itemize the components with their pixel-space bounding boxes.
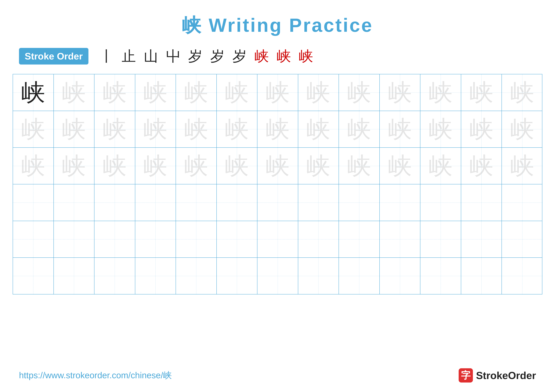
grid-cell[interactable]: 峡 bbox=[176, 74, 217, 111]
grid-cell[interactable] bbox=[461, 184, 502, 221]
grid-cell[interactable]: 峡 bbox=[217, 74, 258, 111]
grid-cell[interactable] bbox=[176, 184, 217, 221]
grid-cell[interactable]: 峡 bbox=[176, 111, 217, 147]
grid-cell[interactable] bbox=[380, 258, 421, 294]
grid-cell[interactable] bbox=[95, 258, 135, 294]
grid-cell[interactable]: 峡 bbox=[502, 148, 543, 184]
grid-cell[interactable] bbox=[13, 221, 54, 257]
logo-char: 字 bbox=[461, 369, 470, 382]
grid-cell[interactable]: 峡 bbox=[298, 74, 339, 111]
grid-cell[interactable]: 峡 bbox=[13, 111, 54, 147]
practice-char: 峡 bbox=[388, 81, 412, 104]
grid-cell[interactable] bbox=[13, 258, 54, 294]
grid-cell[interactable]: 峡 bbox=[420, 148, 461, 184]
grid-cell[interactable] bbox=[95, 184, 135, 221]
grid-cell[interactable]: 峡 bbox=[95, 74, 135, 111]
grid-cell[interactable] bbox=[257, 221, 298, 257]
grid-cell[interactable] bbox=[217, 221, 258, 257]
grid-cell[interactable] bbox=[380, 221, 421, 257]
grid-cell[interactable] bbox=[217, 184, 258, 221]
grid-cell[interactable]: 峡 bbox=[135, 111, 176, 147]
grid-cell[interactable]: 峡 bbox=[502, 111, 543, 147]
stroke-10: 峡 bbox=[299, 49, 313, 64]
grid-cell[interactable]: 峡 bbox=[257, 111, 298, 147]
grid-cell[interactable]: 峡 bbox=[54, 74, 95, 111]
grid-cell[interactable] bbox=[461, 221, 502, 257]
grid-cell[interactable] bbox=[135, 258, 176, 294]
practice-char: 峡 bbox=[470, 117, 493, 141]
grid-cell[interactable] bbox=[502, 221, 543, 257]
grid-cell[interactable] bbox=[339, 184, 380, 221]
grid-cell[interactable] bbox=[298, 184, 339, 221]
footer-url[interactable]: https://www.strokeorder.com/chinese/峡 bbox=[19, 370, 172, 381]
grid-cell[interactable] bbox=[420, 258, 461, 294]
grid-cell[interactable] bbox=[461, 258, 502, 294]
grid-cell[interactable]: 峡 bbox=[135, 148, 176, 184]
grid-cell[interactable]: 峡 bbox=[461, 74, 502, 111]
grid-cell[interactable]: 峡 bbox=[95, 111, 135, 147]
grid-cell[interactable]: 峡 bbox=[420, 74, 461, 111]
stroke-8: 峡 bbox=[255, 49, 269, 64]
grid-cell[interactable] bbox=[502, 258, 543, 294]
stroke-sequence: 丨 止 山 屮 岁 岁 岁 峡 峡 峡 bbox=[100, 49, 313, 64]
grid-cell[interactable] bbox=[95, 221, 135, 257]
grid-cell[interactable]: 峡 bbox=[13, 148, 54, 184]
grid-cell[interactable] bbox=[420, 221, 461, 257]
stroke-order-row: Stroke Order 丨 止 山 屮 岁 岁 岁 峡 峡 峡 bbox=[0, 38, 555, 71]
grid-cell[interactable]: 峡 bbox=[298, 148, 339, 184]
grid-cell[interactable] bbox=[176, 258, 217, 294]
grid-cell[interactable] bbox=[176, 221, 217, 257]
stroke-5: 岁 bbox=[188, 49, 202, 64]
grid-cell[interactable]: 峡 bbox=[217, 148, 258, 184]
stroke-6: 岁 bbox=[210, 49, 225, 64]
grid-cell[interactable]: 峡 bbox=[54, 111, 95, 147]
grid-cell[interactable] bbox=[420, 184, 461, 221]
grid-cell[interactable]: 峡 bbox=[502, 74, 543, 111]
grid-cell[interactable] bbox=[54, 184, 95, 221]
grid-cell[interactable] bbox=[339, 258, 380, 294]
practice-char: 峡 bbox=[184, 81, 208, 104]
grid-row-6 bbox=[13, 258, 542, 294]
grid-cell[interactable]: 峡 bbox=[257, 74, 298, 111]
grid-cell[interactable] bbox=[339, 221, 380, 257]
practice-char: 峡 bbox=[388, 154, 412, 178]
stroke-7: 岁 bbox=[232, 49, 247, 64]
grid-cell[interactable]: 峡 bbox=[298, 111, 339, 147]
grid-cell[interactable]: 峡 bbox=[95, 148, 135, 184]
grid-cell[interactable]: 峡 bbox=[380, 148, 421, 184]
grid-cell[interactable] bbox=[135, 221, 176, 257]
practice-char: 峡 bbox=[144, 81, 167, 104]
grid-cell[interactable]: 峡 bbox=[257, 148, 298, 184]
grid-cell[interactable]: 峡 bbox=[380, 74, 421, 111]
grid-cell[interactable] bbox=[380, 184, 421, 221]
grid-cell[interactable]: 峡 bbox=[135, 74, 176, 111]
stroke-4: 屮 bbox=[166, 49, 180, 64]
grid-cell[interactable]: 峡 bbox=[420, 111, 461, 147]
grid-cell[interactable] bbox=[54, 258, 95, 294]
grid-cell[interactable] bbox=[217, 258, 258, 294]
grid-cell[interactable] bbox=[54, 221, 95, 257]
grid-cell[interactable]: 峡 bbox=[339, 111, 380, 147]
grid-cell[interactable]: 峡 bbox=[339, 74, 380, 111]
practice-char: 峡 bbox=[307, 81, 330, 104]
grid-cell[interactable]: 峡 bbox=[461, 148, 502, 184]
practice-char: 峡 bbox=[266, 154, 290, 178]
grid-cell[interactable]: 峡 bbox=[339, 148, 380, 184]
grid-cell[interactable]: 峡 bbox=[461, 111, 502, 147]
practice-char: 峡 bbox=[21, 154, 45, 178]
grid-cell[interactable]: 峡 bbox=[176, 148, 217, 184]
grid-cell[interactable] bbox=[135, 184, 176, 221]
grid-cell[interactable] bbox=[298, 258, 339, 294]
grid-cell[interactable]: 峡 bbox=[13, 74, 54, 111]
grid-cell[interactable] bbox=[257, 184, 298, 221]
grid-cell[interactable] bbox=[13, 184, 54, 221]
grid-cell[interactable] bbox=[257, 258, 298, 294]
practice-char: 峡 bbox=[307, 154, 330, 178]
grid-cell[interactable]: 峡 bbox=[380, 111, 421, 147]
grid-cell[interactable] bbox=[502, 184, 543, 221]
grid-cell[interactable]: 峡 bbox=[217, 111, 258, 147]
grid-cell[interactable] bbox=[298, 221, 339, 257]
grid-cell[interactable]: 峡 bbox=[54, 148, 95, 184]
practice-char: 峡 bbox=[347, 81, 371, 104]
practice-char: 峡 bbox=[225, 154, 249, 178]
